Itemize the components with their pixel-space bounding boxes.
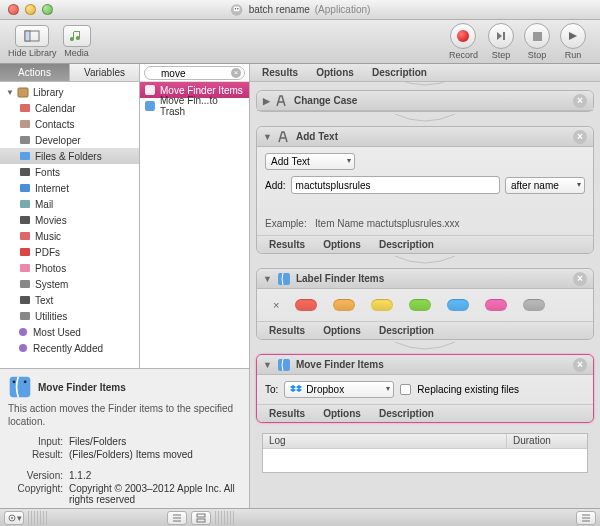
duration-column-header[interactable]: Duration [507,434,587,448]
view-list-button[interactable] [167,511,187,525]
library-item[interactable]: Developer [0,132,139,148]
library-recently-added[interactable]: Recently Added [0,340,139,356]
view-flow-button[interactable] [191,511,211,525]
label-color-swatch[interactable] [523,299,545,311]
zoom-window-button[interactable] [42,4,53,15]
media-button[interactable] [63,25,91,47]
replace-checkbox[interactable] [400,384,411,395]
label-none[interactable]: × [273,299,279,311]
library-item[interactable]: Files & Folders [0,148,139,164]
add-text-input[interactable] [291,176,500,194]
action-title: Move Finder Items [296,359,384,370]
library-item[interactable]: Calendar [0,100,139,116]
svg-rect-35 [197,514,205,517]
category-icon [18,261,32,275]
footer-results[interactable]: Results [269,325,305,336]
stop-button[interactable] [524,23,550,49]
footer-options[interactable]: Options [323,325,361,336]
clear-search-button[interactable]: × [231,68,241,78]
svg-rect-9 [20,120,30,128]
finder-action-icon [277,358,291,372]
library-item-label: System [35,279,68,290]
header-description[interactable]: Description [372,67,427,78]
footer-options[interactable]: Options [323,239,361,250]
gear-menu-button[interactable]: ▾ [4,511,24,525]
header-options[interactable]: Options [316,67,354,78]
collapse-icon[interactable]: ▼ [263,132,272,142]
library-item[interactable]: Utilities [0,308,139,324]
library-item[interactable]: System [0,276,139,292]
remove-action-button[interactable]: × [573,358,587,372]
svg-rect-29 [278,359,290,371]
collapse-icon[interactable]: ▼ [263,360,272,370]
footer-description[interactable]: Description [379,239,434,250]
footer-description[interactable]: Description [379,325,434,336]
close-window-button[interactable] [8,4,19,15]
footer-options[interactable]: Options [323,408,361,419]
label-color-swatch[interactable] [333,299,355,311]
action-label-finder[interactable]: ▼ Label Finder Items × × Results Options… [256,268,594,340]
footer-description[interactable]: Description [379,408,434,419]
workflow-header: Results Options Description [250,64,600,82]
library-item[interactable]: Music [0,228,139,244]
category-icon [18,101,32,115]
library-item[interactable]: Fonts [0,164,139,180]
position-select[interactable]: after name [505,177,585,194]
destination-select[interactable]: Dropbox [284,381,394,398]
footer-results[interactable]: Results [269,239,305,250]
step-button[interactable] [488,23,514,49]
remove-action-button[interactable]: × [573,94,587,108]
split-handle[interactable] [28,511,48,525]
to-label: To: [265,384,278,395]
collapse-icon[interactable]: ▶ [263,96,270,106]
tab-variables[interactable]: Variables [70,64,139,81]
info-input-key: Input: [8,436,63,447]
log-table[interactable]: Log Duration [262,433,588,473]
record-button[interactable] [450,23,476,49]
text-action-icon [275,94,289,108]
action-add-text[interactable]: ▼ Add Text × Add Text Add: after name [256,126,594,254]
search-input[interactable] [144,66,245,80]
category-icon [18,213,32,227]
collapse-icon[interactable]: ▼ [263,274,272,284]
label-swatches: × [265,295,585,315]
library-item[interactable]: Movies [0,212,139,228]
library-item[interactable]: Photos [0,260,139,276]
remove-action-button[interactable]: × [573,130,587,144]
log-toggle-button[interactable] [576,511,596,525]
library-item[interactable]: Mail [0,196,139,212]
library-most-used[interactable]: Most Used [0,324,139,340]
action-change-case[interactable]: ▶ Change Case × [256,90,594,112]
label-color-swatch[interactable] [295,299,317,311]
rename-mode-select[interactable]: Add Text [265,153,355,170]
hide-library-button[interactable] [15,25,49,47]
run-button[interactable] [560,23,586,49]
split-handle[interactable] [215,511,235,525]
minimize-window-button[interactable] [25,4,36,15]
action-move-finder[interactable]: ▼ Move Finder Items × To: Dropbox Replac… [256,354,594,423]
library-item[interactable]: Internet [0,180,139,196]
library-item[interactable]: Text [0,292,139,308]
disclosure-triangle-icon[interactable]: ▼ [6,88,13,97]
step-label: Step [492,50,511,60]
label-color-swatch[interactable] [371,299,393,311]
finder-action-icon [144,100,156,112]
header-results[interactable]: Results [262,67,298,78]
label-color-swatch[interactable] [485,299,507,311]
tab-actions[interactable]: Actions [0,64,70,81]
workflow-canvas[interactable]: ▶ Change Case × ▼ Add Text × Add Text [250,82,600,508]
action-result-item[interactable]: Move Fin...to Trash [140,98,249,114]
label-color-swatch[interactable] [447,299,469,311]
footer-results[interactable]: Results [269,408,305,419]
library-root[interactable]: ▼ Library [0,84,139,100]
svg-rect-6 [533,32,542,41]
label-color-swatch[interactable] [409,299,431,311]
log-column-header[interactable]: Log [263,434,507,448]
remove-action-button[interactable]: × [573,272,587,286]
finder-action-icon [144,84,156,96]
svg-rect-7 [18,88,28,97]
info-title: Move Finder Items [38,382,126,393]
library-item[interactable]: Contacts [0,116,139,132]
library-item[interactable]: PDFs [0,244,139,260]
add-label: Add: [265,180,286,191]
